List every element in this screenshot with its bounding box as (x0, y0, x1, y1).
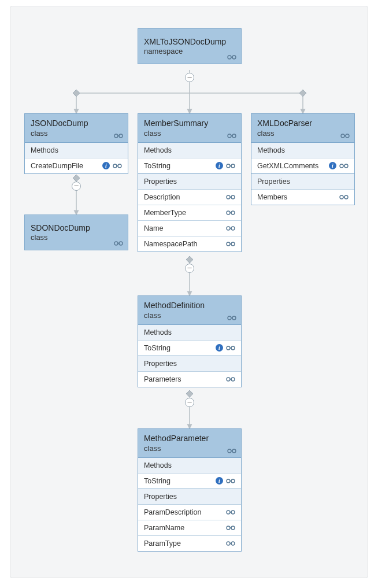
node-header: JSONDocDump class (25, 114, 128, 142)
row-create-dump-file[interactable]: CreateDumpFile i (25, 158, 128, 173)
section-properties: Properties (138, 489, 241, 504)
node-header: MethodParameter class (138, 429, 241, 457)
row-icons: i (329, 162, 349, 169)
link-icon[interactable] (227, 315, 236, 321)
node-title: XMLToJSONDocDump (144, 37, 235, 47)
row-param-name[interactable]: ParamName (138, 520, 241, 535)
link-icon[interactable] (339, 194, 349, 200)
section-methods: Methods (25, 142, 128, 158)
collapse-toggle[interactable] (72, 182, 81, 191)
link-icon[interactable] (114, 133, 123, 139)
row-label: CreateDumpFile (31, 162, 99, 170)
row-label: ParamDescription (144, 508, 223, 516)
section-properties: Properties (251, 173, 354, 189)
row-label: MemberType (144, 209, 223, 217)
node-subtitle: class (31, 129, 122, 138)
node-header: XMLDocParser class (251, 114, 354, 142)
section-properties: Properties (138, 356, 241, 371)
link-icon[interactable] (226, 478, 235, 484)
node-member-summary[interactable]: MemberSummary class Methods ToString i P… (138, 113, 242, 252)
row-label: ParamType (144, 539, 223, 548)
link-icon[interactable] (226, 163, 235, 169)
row-label: ToString (144, 344, 212, 352)
node-xml-doc-parser[interactable]: XMLDocParser class Methods GetXMLComment… (251, 113, 355, 205)
row-namespace-path[interactable]: NamespacePath (138, 236, 241, 252)
row-label: ToString (144, 162, 212, 170)
row-name[interactable]: Name (138, 220, 241, 236)
node-subtitle: class (257, 129, 349, 138)
row-label: NamespacePath (144, 240, 223, 248)
link-icon[interactable] (227, 54, 236, 60)
node-title: XMLDocParser (257, 119, 349, 129)
link-icon[interactable] (226, 525, 235, 531)
row-label: Members (257, 193, 336, 201)
row-parameters[interactable]: Parameters (138, 371, 241, 387)
node-subtitle: class (144, 311, 235, 320)
link-icon[interactable] (226, 345, 235, 351)
row-param-description[interactable]: ParamDescription (138, 504, 241, 520)
node-header: XMLToJSONDocDump namespace (138, 29, 241, 64)
link-icon[interactable] (226, 241, 235, 247)
node-subtitle: namespace (144, 47, 235, 56)
link-icon[interactable] (227, 448, 236, 454)
row-tostring[interactable]: ToString i (138, 340, 241, 356)
link-icon[interactable] (227, 133, 236, 139)
node-title: SDONDocDump (31, 223, 122, 234)
info-icon[interactable]: i (216, 162, 223, 169)
node-title: JSONDocDump (31, 119, 122, 129)
row-icons: i (102, 162, 122, 169)
collapse-toggle[interactable] (185, 73, 194, 82)
link-icon[interactable] (114, 241, 123, 246)
row-member-type[interactable]: MemberType (138, 205, 241, 220)
node-method-parameter[interactable]: MethodParameter class Methods ToString i… (138, 428, 242, 552)
node-header: MethodDefinition class (138, 296, 241, 324)
link-icon[interactable] (226, 194, 235, 200)
node-method-definition[interactable]: MethodDefinition class Methods ToString … (138, 295, 242, 387)
row-label: Parameters (144, 375, 223, 383)
link-icon[interactable] (113, 163, 122, 169)
info-icon[interactable]: i (216, 477, 223, 485)
row-get-xml-comments[interactable]: GetXMLComments i (251, 158, 354, 173)
row-label: Name (144, 224, 223, 232)
diagram-canvas: XMLToJSONDocDump namespace JSONDocDump c… (0, 0, 378, 588)
section-methods: Methods (138, 324, 241, 340)
row-description[interactable]: Description (138, 189, 241, 205)
node-title: MemberSummary (144, 119, 235, 129)
collapse-toggle[interactable] (185, 264, 194, 273)
link-icon[interactable] (226, 210, 235, 216)
link-icon[interactable] (339, 163, 349, 169)
node-subtitle: class (144, 444, 235, 453)
node-title: MethodParameter (144, 434, 235, 444)
row-label: Description (144, 193, 223, 201)
row-label: ToString (144, 477, 212, 485)
section-methods: Methods (251, 142, 354, 158)
node-subtitle: class (144, 129, 235, 138)
info-icon[interactable]: i (216, 344, 223, 352)
section-methods: Methods (138, 457, 241, 473)
link-icon[interactable] (226, 376, 235, 382)
node-json-doc-dump[interactable]: JSONDocDump class Methods CreateDumpFile… (24, 113, 128, 174)
link-icon[interactable] (226, 509, 235, 515)
node-title: MethodDefinition (144, 301, 235, 311)
collapse-toggle[interactable] (185, 398, 194, 407)
node-header: SDONDocDump class (25, 215, 128, 250)
node-xml-to-json-doc-dump[interactable]: XMLToJSONDocDump namespace (138, 28, 242, 64)
row-param-type[interactable]: ParamType (138, 535, 241, 551)
row-members[interactable]: Members (251, 189, 354, 205)
node-subtitle: class (31, 233, 122, 242)
row-label: ParamName (144, 524, 223, 532)
node-sdon-doc-dump[interactable]: SDONDocDump class (24, 215, 128, 250)
link-icon[interactable] (226, 225, 235, 231)
info-icon[interactable]: i (329, 162, 336, 169)
section-properties: Properties (138, 173, 241, 189)
diagram-panel: XMLToJSONDocDump namespace JSONDocDump c… (10, 6, 368, 578)
row-label: GetXMLComments (257, 162, 325, 170)
section-methods: Methods (138, 142, 241, 158)
node-header: MemberSummary class (138, 114, 241, 142)
row-tostring[interactable]: ToString i (138, 473, 241, 489)
link-icon[interactable] (226, 541, 235, 546)
link-icon[interactable] (340, 133, 350, 139)
info-icon[interactable]: i (102, 162, 110, 169)
row-tostring[interactable]: ToString i (138, 158, 241, 173)
row-icons: i (216, 162, 235, 169)
